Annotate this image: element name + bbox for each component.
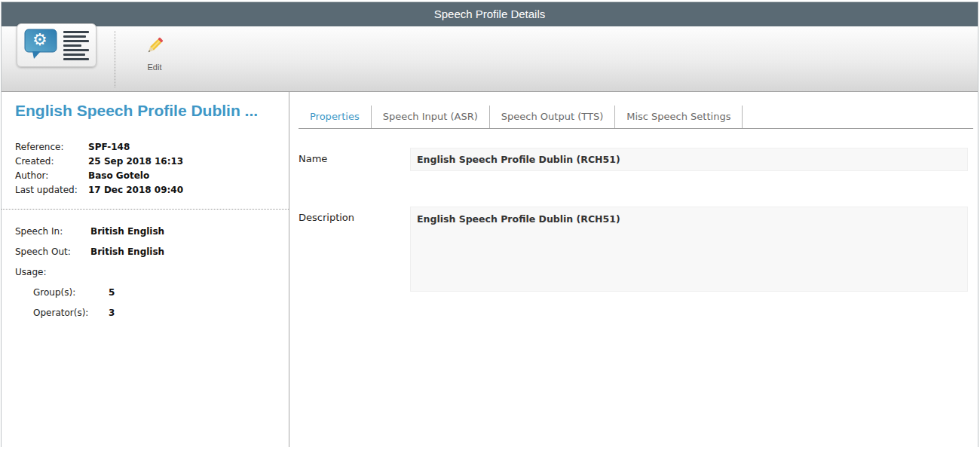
speech-profile-app-icon: ⚙ <box>17 23 96 67</box>
description-form-row: Description English Speech Profile Dubli… <box>289 207 978 292</box>
name-field: English Speech Profile Dublin (RCH51) <box>410 148 968 171</box>
name-form-row: Name English Speech Profile Dublin (RCH5… <box>289 148 978 171</box>
speech-out-row: Speech Out: British English <box>15 242 275 262</box>
meta-label: Reference: <box>15 140 88 155</box>
meta-value: 17 Dec 2018 09:40 <box>88 183 183 197</box>
document-lines-icon <box>63 31 89 60</box>
edit-button-label: Edit <box>148 63 162 72</box>
meta-row-created: Created: 25 Sep 2018 16:13 <box>15 155 275 169</box>
usage-row: Usage: <box>15 262 275 283</box>
speech-bubble-gear-icon: ⚙ <box>24 29 57 62</box>
speech-value: British English <box>90 242 164 262</box>
meta-value: SPF-148 <box>88 140 130 155</box>
detail-panel: Properties Speech Input (ASR) Speech Out… <box>289 92 978 447</box>
meta-row-reference: Reference: SPF-148 <box>15 140 275 155</box>
groups-row: Group(s): 5 <box>15 283 275 303</box>
gear-icon: ⚙ <box>32 30 47 50</box>
speech-label: Operator(s): <box>33 303 109 323</box>
speech-label: Usage: <box>15 262 90 283</box>
speech-value: British English <box>90 222 164 242</box>
meta-row-author: Author: Baso Gotelo <box>15 169 275 183</box>
meta-label: Author: <box>15 169 88 183</box>
profile-summary-panel: English Speech Profile Dublin ... Refere… <box>2 92 289 447</box>
speech-value: 3 <box>109 303 115 323</box>
tab-speech-output-tts[interactable]: Speech Output (TTS) <box>490 106 615 128</box>
window-titlebar: Speech Profile Details <box>2 2 978 26</box>
name-label: Name <box>289 148 410 164</box>
tab-properties[interactable]: Properties <box>299 106 372 128</box>
description-label: Description <box>289 207 410 223</box>
tab-speech-input-asr[interactable]: Speech Input (ASR) <box>372 106 490 128</box>
speech-in-row: Speech In: British English <box>15 222 275 242</box>
meta-row-last-updated: Last updated: 17 Dec 2018 09:40 <box>15 183 275 197</box>
pencil-icon <box>145 35 165 56</box>
description-field: English Speech Profile Dublin (RCH51) <box>410 207 968 292</box>
toolbar-separator <box>115 31 115 87</box>
section-divider <box>2 209 289 210</box>
window-title: Speech Profile Details <box>434 8 546 20</box>
meta-value: Baso Gotelo <box>88 169 149 183</box>
tab-bar: Properties Speech Input (ASR) Speech Out… <box>299 106 973 129</box>
speech-label: Speech In: <box>15 222 90 242</box>
edit-button[interactable]: Edit <box>131 35 178 85</box>
profile-title: English Speech Profile Dublin ... <box>15 102 277 120</box>
speech-label: Speech Out: <box>15 242 90 262</box>
speech-label: Group(s): <box>33 283 109 303</box>
meta-label: Last updated: <box>15 183 88 197</box>
meta-label: Created: <box>15 155 88 169</box>
operators-row: Operator(s): 3 <box>15 303 275 323</box>
profile-meta-list: Reference: SPF-148 Created: 25 Sep 2018 … <box>15 140 275 197</box>
toolbar: ⚙ Edit <box>2 26 978 92</box>
speech-value: 5 <box>109 283 115 303</box>
tab-misc-speech-settings[interactable]: Misc Speech Settings <box>615 106 743 128</box>
content-area: English Speech Profile Dublin ... Refere… <box>2 92 978 447</box>
meta-value: 25 Sep 2018 16:13 <box>88 155 183 169</box>
speech-summary-list: Speech In: British English Speech Out: B… <box>15 222 275 323</box>
speech-profile-details-window: Speech Profile Details ⚙ <box>1 2 978 447</box>
